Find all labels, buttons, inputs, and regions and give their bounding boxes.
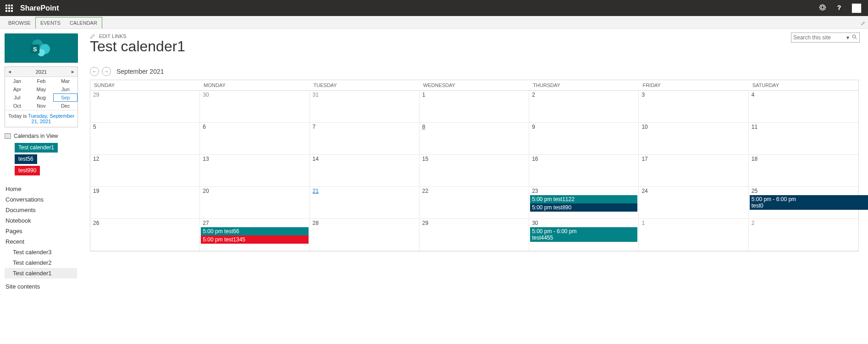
calendar-cell[interactable]: 12 <box>90 155 200 187</box>
calendar-cell[interactable]: 11 <box>749 123 858 155</box>
calendar-cell[interactable]: 14 <box>310 155 420 187</box>
date-number: 16 <box>532 156 636 162</box>
date-number: 31 <box>313 92 416 98</box>
site-logo[interactable]: S <box>5 33 78 63</box>
calendar-cell[interactable]: 2 <box>529 91 639 123</box>
calendar-cell[interactable]: 16 <box>529 155 639 187</box>
nav-site-contents[interactable]: Site contents <box>5 281 77 292</box>
calendar-cell[interactable]: 5 <box>90 123 200 155</box>
calendar-event[interactable]: 5:00 pm test890 <box>530 203 637 212</box>
month-oct[interactable]: Oct <box>5 102 29 110</box>
calendar-cell[interactable]: 24 <box>639 187 748 219</box>
date-number: 24 <box>641 188 745 194</box>
calendar-cell[interactable]: 4 <box>749 91 858 123</box>
avatar[interactable] <box>851 3 862 13</box>
calendar-cell[interactable]: 20 <box>200 187 310 219</box>
search-icon[interactable] <box>852 34 857 41</box>
left-column: S ◄ 2021 ► JanFebMarAprMayJunJulAugSepOc… <box>0 29 82 296</box>
month-nov[interactable]: Nov <box>29 102 54 110</box>
date-number: 30 <box>203 92 306 98</box>
ribbon-tab-calendar[interactable]: CALENDAR <box>65 17 102 28</box>
month-jan[interactable]: Jan <box>5 77 29 85</box>
calendar-cell[interactable]: 3 <box>639 91 748 123</box>
nav-notebook[interactable]: Notebook <box>5 215 77 226</box>
date-number: 9 <box>532 124 636 130</box>
search-box[interactable]: ▾ <box>791 33 860 43</box>
year-label[interactable]: 2021 <box>14 69 68 75</box>
gear-icon[interactable] <box>818 3 827 13</box>
calendar-cell[interactable]: 18 <box>749 155 858 187</box>
calendar-cell[interactable]: 10 <box>639 123 748 155</box>
calendar-cell[interactable]: 9 <box>529 123 639 155</box>
month-jun[interactable]: Jun <box>53 85 77 93</box>
nav-pages[interactable]: Pages <box>5 226 77 236</box>
year-next-icon[interactable]: ► <box>68 69 77 74</box>
calendar-cell[interactable]: 21 <box>310 187 420 219</box>
focus-content-icon[interactable]: ⤢ <box>861 20 865 27</box>
calendar-cell[interactable]: 17 <box>639 155 748 187</box>
month-aug[interactable]: Aug <box>29 93 54 102</box>
next-month-button[interactable]: → <box>102 67 111 76</box>
search-dropdown-icon[interactable]: ▾ <box>846 34 849 41</box>
date-number: 27 <box>203 220 306 226</box>
nav-recent-child[interactable]: Test calender1 <box>5 268 77 278</box>
calendar-cell[interactable]: 29 <box>420 219 529 251</box>
month-dec[interactable]: Dec <box>53 102 77 110</box>
nav-recent-child[interactable]: Test calender3 <box>5 247 77 257</box>
calendar-cell[interactable]: 26 <box>90 219 200 251</box>
search-input[interactable] <box>793 34 839 41</box>
calendar-cell[interactable]: 255:00 pm - 6:00 pmtest0 <box>749 187 858 219</box>
calendar-cell[interactable]: 28 <box>310 219 420 251</box>
suite-bar: SharePoint ? <box>0 0 868 16</box>
calendar-chip[interactable]: test990 <box>15 166 40 175</box>
calendar-cell[interactable]: 6 <box>200 123 310 155</box>
nav-recent-child[interactable]: Test calender2 <box>5 257 77 268</box>
calendar-cell[interactable]: 15 <box>420 155 529 187</box>
nav-recent[interactable]: Recent <box>5 236 77 247</box>
calendar-cell[interactable]: 29 <box>90 91 200 123</box>
calendar-cell[interactable]: 8 <box>420 123 529 155</box>
nav-home[interactable]: Home <box>5 184 77 194</box>
date-number: 26 <box>93 220 197 226</box>
month-may[interactable]: May <box>29 85 54 93</box>
month-apr[interactable]: Apr <box>5 85 29 93</box>
calendar-cell[interactable]: 275:00 pm test665:00 pm test1345 <box>200 219 310 251</box>
calendar-event[interactable]: 5:00 pm - 6:00 pmtest4455 <box>530 227 637 242</box>
year-prev-icon[interactable]: ◄ <box>5 69 14 74</box>
calendar-event[interactable]: 5:00 pm test1122 <box>530 195 637 203</box>
year-picker: ◄ 2021 ► JanFebMarAprMayJunJulAugSepOctN… <box>5 66 78 127</box>
month-feb[interactable]: Feb <box>29 77 54 85</box>
calendar-cell[interactable]: 30 <box>200 91 310 123</box>
calendar-cell[interactable]: 19 <box>90 187 200 219</box>
calendar-cell[interactable]: 1 <box>420 91 529 123</box>
calendar-chip[interactable]: test56 <box>15 154 37 164</box>
calendar-nav: ← → September 2021 <box>90 67 859 76</box>
today-link[interactable]: Tuesday, September 21, 2021 <box>28 113 74 124</box>
calendar-chip[interactable]: Test calender1 <box>15 143 58 153</box>
prev-month-button[interactable]: ← <box>90 67 99 76</box>
nav-documents[interactable]: Documents <box>5 205 77 215</box>
nav-conversations[interactable]: Conversations <box>5 194 77 205</box>
calendar-cell[interactable]: 31 <box>310 91 420 123</box>
date-number: 29 <box>422 220 526 226</box>
calendar-event[interactable]: 5:00 pm test1345 <box>201 235 308 244</box>
date-number: 17 <box>641 156 745 162</box>
calendar-cell[interactable]: 7 <box>310 123 420 155</box>
calendar-event[interactable]: 5:00 pm test66 <box>201 227 308 235</box>
date-number: 14 <box>313 156 416 162</box>
ribbon-tab-browse[interactable]: BROWSE <box>4 17 35 28</box>
calendar-cell[interactable]: 305:00 pm - 6:00 pmtest4455 <box>529 219 639 251</box>
ribbon-tab-events[interactable]: EVENTS <box>36 17 65 28</box>
date-number: 2 <box>532 92 636 98</box>
month-jul[interactable]: Jul <box>5 93 29 102</box>
calendar-cell[interactable]: 22 <box>420 187 529 219</box>
calendar-cell[interactable]: 1 <box>639 219 748 251</box>
calendar-cell[interactable]: 13 <box>200 155 310 187</box>
calendar-cell[interactable]: 235:00 pm test11225:00 pm test890 <box>529 187 639 219</box>
app-launcher-icon[interactable] <box>4 3 15 14</box>
help-icon[interactable]: ? <box>835 3 843 13</box>
calendar-event[interactable]: 5:00 pm - 6:00 pmtest0 <box>750 195 868 210</box>
month-mar[interactable]: Mar <box>53 77 77 85</box>
month-sep[interactable]: Sep <box>53 93 77 102</box>
calendar-cell[interactable]: 2 <box>749 219 858 251</box>
